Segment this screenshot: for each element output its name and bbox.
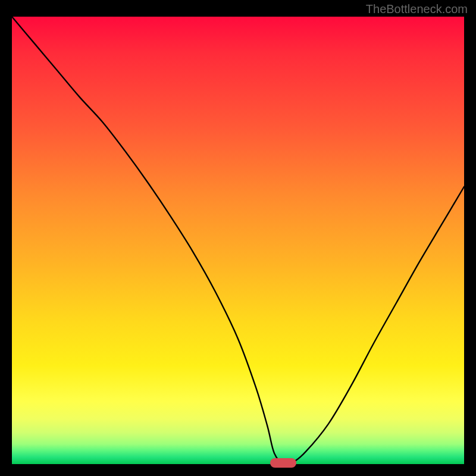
- bottleneck-curve: [12, 17, 464, 464]
- chart-frame: TheBottleneck.com: [0, 0, 476, 476]
- plot-area: [12, 17, 464, 464]
- minimum-marker: [270, 458, 296, 468]
- watermark-text: TheBottleneck.com: [366, 2, 468, 16]
